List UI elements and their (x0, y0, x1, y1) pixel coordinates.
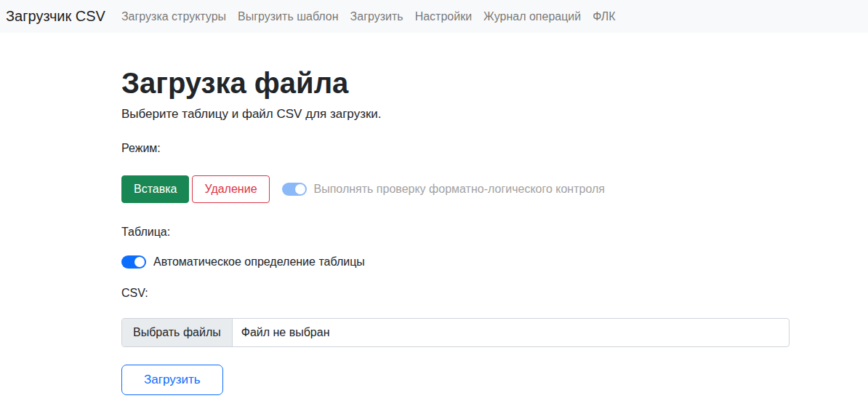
file-status-text: Файл не выбран (233, 319, 339, 346)
auto-table-toggle-label: Автоматическое определение таблицы (153, 255, 365, 269)
mode-row: Вставка Удаление Выполнять проверку форм… (121, 175, 868, 203)
flc-toggle-label: Выполнять проверку форматно-логического … (314, 183, 605, 196)
nav-item-settings[interactable]: Настройки (409, 10, 478, 23)
mode-label: Режим: (121, 140, 868, 157)
csv-label: CSV: (121, 285, 868, 302)
nav-item-operations-log[interactable]: Журнал операций (478, 10, 587, 23)
navbar-brand[interactable]: Загрузчик CSV (6, 8, 105, 25)
page-title: Загрузка файла (121, 65, 868, 100)
flc-check-toggle[interactable] (282, 183, 307, 196)
delete-mode-button[interactable]: Удаление (192, 175, 269, 203)
insert-mode-button[interactable]: Вставка (121, 175, 189, 203)
auto-table-toggle-group: Автоматическое определение таблицы (121, 254, 868, 270)
csv-file-input[interactable]: Выбрать файлы Файл не выбран (121, 318, 789, 347)
nav-item-structure-upload[interactable]: Загрузка структуры (116, 10, 232, 23)
flc-toggle-group: Выполнять проверку форматно-логического … (282, 183, 605, 196)
main-content: Загрузка файла Выберите таблицу и файл C… (0, 33, 868, 395)
table-label: Таблица: (121, 223, 868, 241)
nav-item-flc[interactable]: ФЛК (587, 10, 621, 23)
choose-files-button[interactable]: Выбрать файлы (122, 319, 233, 346)
auto-table-toggle[interactable] (121, 255, 146, 269)
navbar: Загрузчик CSV Загрузка структуры Выгрузи… (0, 0, 868, 33)
nav-item-upload[interactable]: Загрузить (345, 10, 409, 23)
page-subtitle: Выберите таблицу и файл CSV для загрузки… (121, 105, 868, 124)
toggle-knob (134, 257, 145, 267)
toggle-knob (295, 184, 305, 194)
upload-submit-button[interactable]: Загрузить (121, 365, 223, 395)
nav-item-export-template[interactable]: Выгрузить шаблон (232, 10, 345, 23)
